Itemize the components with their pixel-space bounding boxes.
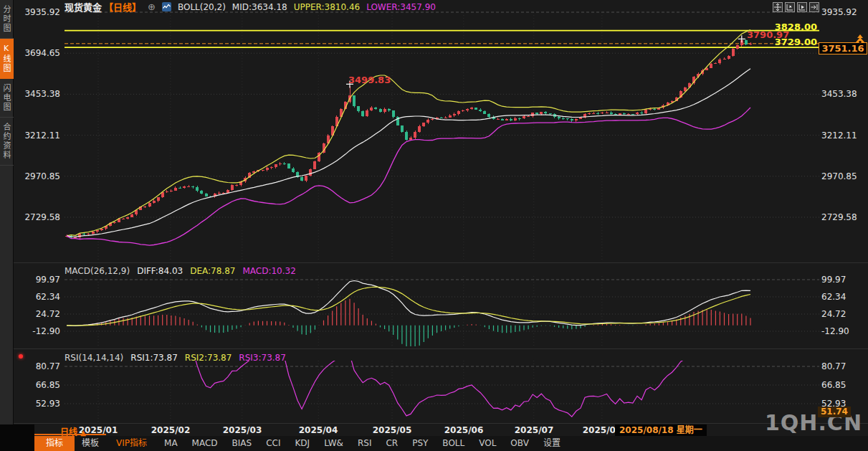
toolbar-item-11[interactable]: PSY xyxy=(405,436,435,451)
sidebar-item-label: 合约资料 xyxy=(1,123,11,160)
sidebar-item-label: K线图 xyxy=(1,44,11,73)
toolbar-item-15[interactable]: 设置 xyxy=(536,436,568,451)
rsi1-value: RSI1:73.87 xyxy=(130,353,178,363)
axis-tick-label: 2729.58 xyxy=(16,212,60,222)
toolbar-item-5[interactable]: BIAS xyxy=(225,436,259,451)
chart-type-sidebar: 分时图 K线图 闪电图 合约资料 xyxy=(0,0,14,424)
axis-tick-label: -12.90 xyxy=(16,326,60,336)
goto-latest-icon[interactable] xyxy=(809,2,819,12)
mini-chart-icon[interactable] xyxy=(162,2,171,11)
axis-tick-label: 3694.65 xyxy=(16,48,60,58)
toolbar-item-6[interactable]: CCI xyxy=(259,436,287,451)
toolbar-item-10[interactable]: CR xyxy=(378,436,405,451)
record-dot-icon xyxy=(19,354,23,359)
x-axis-month-label: 2025/04 xyxy=(288,425,348,435)
sidebar-item-label: 分时图 xyxy=(1,5,11,33)
link-circle-icon[interactable]: ⊕ xyxy=(148,1,156,12)
chart-header: 现货黄金 【日线】 ⊕ BOLL(20,2) MID:3634.18 UPPER… xyxy=(65,1,436,12)
toolbar-item-3[interactable]: MA xyxy=(157,436,185,451)
axis-tick-label: 3453.38 xyxy=(821,89,866,99)
toolbar-item-9[interactable]: RSI xyxy=(350,436,379,451)
crosshair-move-icon[interactable] xyxy=(773,2,783,12)
sidebar-item-time-chart[interactable]: 分时图 xyxy=(0,0,14,39)
toolbar-item-12[interactable]: BOLL xyxy=(435,436,472,451)
latest-date-badge: 2025/08/18 星期一 xyxy=(615,424,707,436)
trading-terminal: 分时图 K线图 闪电图 合约资料 现货黄金 【日线】 ⊕ BOLL(20,2) … xyxy=(0,0,868,451)
sidebar-item-contract-info[interactable]: 合约资料 xyxy=(0,118,14,166)
axis-tick-label: 99.97 xyxy=(16,275,60,285)
chart-canvas[interactable] xyxy=(0,0,868,451)
toolbar-item-8[interactable]: LW& xyxy=(317,436,350,451)
active-tab-underline xyxy=(34,434,106,435)
april-high-annotation: 3499.83 xyxy=(348,75,391,85)
sidebar-item-lightning-chart[interactable]: 闪电图 xyxy=(0,79,14,118)
x-axis-month-label: 2025/02 xyxy=(140,425,201,435)
period-selector[interactable]: 日线 ▲ xyxy=(60,425,86,437)
price-marker-icon xyxy=(854,33,866,47)
macd-params-label: MACD(26,12,9) xyxy=(65,266,130,276)
toolbar-item-0[interactable]: 指标 xyxy=(34,436,75,451)
axis-tick-label: 3935.92 xyxy=(16,7,60,17)
axis-tick-label: 66.85 xyxy=(821,380,866,390)
macd-dea-value: DEA:78.87 xyxy=(190,266,235,276)
symbol-name: 现货黄金 xyxy=(65,0,102,14)
sidebar-item-kline-chart[interactable]: K线图 xyxy=(0,39,14,79)
toolbar-item-14[interactable]: OBV xyxy=(503,436,536,451)
axis-tick-label: 62.34 xyxy=(16,292,60,302)
toolbar-item-2[interactable]: VIP指标 xyxy=(106,436,157,451)
x-axis-month-label: 2025/05 xyxy=(362,425,422,435)
rsi3-value: RSI3:73.87 xyxy=(239,353,286,363)
x-axis-month-label: 2025/07 xyxy=(504,425,564,435)
macd-header-row: MACD(26,12,9) DIFF:84.03 DEA:78.87 MACD:… xyxy=(65,266,296,276)
boll-upper-value: UPPER:3810.46 xyxy=(294,2,360,12)
zoom-vertical-icon[interactable] xyxy=(785,2,795,12)
rsi2-value: RSI2:73.87 xyxy=(185,353,232,363)
chevron-up-icon: ▲ xyxy=(80,429,86,437)
axis-tick-label: 99.97 xyxy=(821,275,866,285)
swing-high-annotation: 3790.97 xyxy=(747,29,789,40)
period-text: 日线 xyxy=(60,427,77,437)
bottom-left-corner xyxy=(0,424,34,451)
axis-tick-label: 24.72 xyxy=(821,309,866,319)
axis-tick-label: 2729.58 xyxy=(821,212,866,222)
axis-tick-label: 62.34 xyxy=(821,292,866,302)
toolbar-item-1[interactable]: 模板 xyxy=(75,436,106,451)
axis-tick-label: 2970.85 xyxy=(16,171,60,181)
axis-tick-label: 3212.11 xyxy=(16,130,60,141)
boll-mid-value: MID:3634.18 xyxy=(232,2,287,12)
x-axis-month-label: 2025/06 xyxy=(434,425,494,435)
sidebar-item-label: 闪电图 xyxy=(1,84,11,112)
play-forward-icon[interactable] xyxy=(797,2,807,12)
toolbar-item-13[interactable]: VOL xyxy=(472,436,503,451)
toolbar-item-7[interactable]: KDJ xyxy=(287,436,317,451)
macd-diff-value: DIFF:84.03 xyxy=(137,266,183,276)
toolbar-item-4[interactable]: MACD xyxy=(185,436,225,451)
indicator-toolbar: 指标模板VIP指标MAMACDBIASCCIKDJLW&RSICRPSYBOLL… xyxy=(34,436,868,451)
axis-tick-label: 52.93 xyxy=(16,399,60,409)
period-tag[interactable]: 【日线】 xyxy=(104,0,141,14)
boll-params-label: BOLL(20,2) xyxy=(178,2,226,12)
axis-tick-label: 3212.11 xyxy=(821,130,866,141)
x-axis-month-label: 2025/03 xyxy=(212,425,272,435)
axis-tick-label: 80.77 xyxy=(16,361,60,371)
chart-tool-icons xyxy=(773,2,819,12)
rsi-current-value-badge: 51.74 xyxy=(818,407,851,417)
axis-tick-label: 3935.92 xyxy=(821,7,866,17)
macd-macd-value: MACD:10.32 xyxy=(242,266,295,276)
rsi-header-row: RSI(14,14,14) RSI1:73.87 RSI2:73.87 RSI3… xyxy=(65,353,286,363)
axis-tick-label: 24.72 xyxy=(16,309,60,319)
rsi-params-label: RSI(14,14,14) xyxy=(65,353,123,363)
axis-tick-label: -12.90 xyxy=(821,326,866,336)
axis-tick-label: 80.77 xyxy=(821,361,866,371)
axis-tick-label: 2970.85 xyxy=(821,171,866,181)
boll-lower-value: LOWER:3457.90 xyxy=(366,2,436,12)
axis-tick-label: 3453.38 xyxy=(16,89,60,99)
axis-tick-label: 66.85 xyxy=(16,380,60,390)
